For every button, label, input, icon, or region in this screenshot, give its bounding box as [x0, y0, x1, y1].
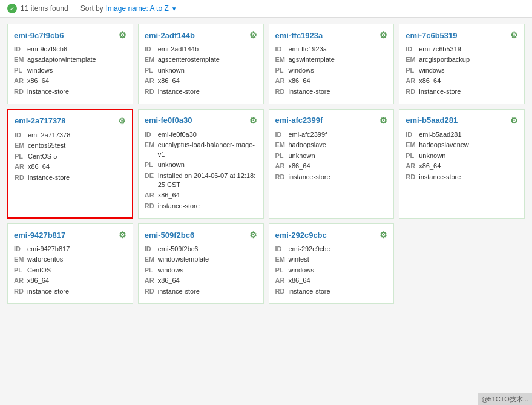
card-title-link[interactable]: emi-ffc1923a	[275, 31, 323, 40]
gear-icon[interactable]: ⚙	[510, 116, 518, 125]
field-key: PL	[145, 160, 156, 170]
card-field-pl: PLCentOS	[14, 266, 126, 275]
card-field-rd: RDinstance-store	[275, 173, 388, 182]
field-key: EM	[145, 255, 156, 264]
card-field-pl: PLunknown	[145, 66, 257, 75]
field-key: RD	[145, 87, 156, 96]
card-title-link[interactable]: emi-292c9cbc	[275, 231, 327, 240]
card-title-link[interactable]: emi-b5aad281	[406, 116, 458, 125]
card-field-em: EMhadoopslavenew	[406, 140, 518, 150]
card-field-pl: PLwindows	[275, 266, 388, 275]
gear-icon[interactable]: ⚙	[119, 230, 126, 240]
field-value: hadoopslave	[289, 140, 326, 150]
card-field-rd: RDinstance-store	[406, 173, 518, 182]
card-emi-fe0f0a30[interactable]: emi-fe0f0a30⚙IDemi-fe0f0a30EMeucalyptus-…	[138, 109, 264, 219]
field-value: windows	[158, 266, 183, 275]
card-emi-2adf144b[interactable]: emi-2adf144b⚙IDemi-2adf144bEMagscenteros…	[138, 24, 264, 104]
card-field-pl: PLCentOS 5	[15, 152, 126, 161]
items-found: ✓ 11 items found	[7, 4, 68, 13]
card-title: emi-9c7f9cb6⚙	[14, 30, 126, 40]
gear-icon[interactable]: ⚙	[379, 230, 387, 240]
gear-icon[interactable]: ⚙	[249, 30, 257, 40]
card-field-rd: RDinstance-store	[14, 87, 126, 96]
card-field-ar: ARx86_64	[275, 276, 388, 285]
card-title-link[interactable]: emi-fe0f0a30	[145, 116, 192, 125]
card-title-link[interactable]: emi-7c6b5319	[406, 31, 457, 40]
field-value: x86_64	[419, 76, 441, 85]
card-emi-9c7f9cb6[interactable]: emi-9c7f9cb6⚙IDemi-9c7f9cb6EMagsadaptorw…	[7, 24, 133, 104]
field-key: PL	[275, 66, 286, 75]
field-key: EM	[14, 55, 25, 64]
card-field-id: IDemi-fe0f0a30	[145, 130, 257, 139]
field-key: EM	[406, 55, 416, 64]
card-field-id: IDemi-ffc1923a	[275, 45, 388, 54]
card-emi-b5aad281[interactable]: emi-b5aad281⚙IDemi-b5aad281EMhadoopslave…	[399, 109, 525, 219]
card-emi-509f2bc6[interactable]: emi-509f2bc6⚙IDemi-509f2bc6EMwindowstemp…	[138, 223, 264, 304]
gear-icon[interactable]: ⚙	[379, 116, 387, 125]
field-value: x86_64	[27, 76, 49, 85]
gear-icon[interactable]: ⚙	[510, 30, 518, 40]
card-emi-2a717378[interactable]: emi-2a717378⚙IDemi-2a717378EMcentos65tes…	[7, 109, 133, 219]
field-key: AR	[145, 276, 156, 285]
card-title-link[interactable]: emi-9c7f9cb6	[14, 31, 64, 40]
gear-icon[interactable]: ⚙	[249, 230, 257, 240]
field-value: x86_64	[28, 162, 50, 171]
card-title-link[interactable]: emi-2adf144b	[145, 31, 195, 40]
card-title-link[interactable]: emi-9427b817	[14, 231, 65, 240]
card-field-ar: ARx86_64	[145, 276, 257, 285]
field-key: AR	[406, 162, 416, 171]
card-title: emi-fe0f0a30⚙	[145, 116, 257, 125]
card-emi-7c6b5319[interactable]: emi-7c6b5319⚙IDemi-7c6b5319EMarcgisportb…	[399, 24, 525, 104]
card-field-em: EMeucalyptus-load-balancer-image-v1	[145, 140, 257, 159]
gear-icon[interactable]: ⚙	[118, 116, 126, 126]
field-key: AR	[406, 76, 416, 85]
field-value: emi-292c9cbc	[289, 245, 330, 254]
card-title-link[interactable]: emi-509f2bc6	[145, 231, 194, 240]
field-key: AR	[145, 191, 156, 200]
card-emi-ffc1923a[interactable]: emi-ffc1923a⚙IDemi-ffc1923aEMagswintempl…	[269, 24, 395, 104]
card-title-link[interactable]: emi-afc2399f	[275, 116, 323, 125]
card-emi-afc2399f[interactable]: emi-afc2399f⚙IDemi-afc2399fEMhadoopslave…	[269, 109, 395, 219]
field-key: ID	[406, 45, 416, 54]
card-title-link[interactable]: emi-2a717378	[15, 116, 66, 125]
card-field-rd: RDinstance-store	[406, 87, 518, 96]
gear-icon[interactable]: ⚙	[379, 30, 387, 40]
field-value: waforcentos	[27, 255, 63, 264]
card-field-ar: ARx86_64	[275, 76, 388, 85]
card-field-id: IDemi-b5aad281	[406, 130, 518, 139]
card-title: emi-b5aad281⚙	[406, 116, 518, 125]
sort-value-link[interactable]: Image name: A to Z	[106, 4, 169, 13]
field-value: emi-b5aad281	[419, 130, 461, 139]
card-field-ar: ARx86_64	[14, 76, 126, 85]
gear-icon[interactable]: ⚙	[249, 116, 257, 125]
card-emi-9427b817[interactable]: emi-9427b817⚙IDemi-9427b817EMwaforcentos…	[7, 223, 133, 304]
field-key: RD	[14, 87, 25, 96]
field-value: x86_64	[158, 76, 180, 85]
field-value: emi-afc2399f	[289, 130, 327, 139]
field-value: emi-2adf144b	[158, 45, 199, 54]
field-value: emi-9427b817	[27, 245, 70, 254]
gear-icon[interactable]: ⚙	[119, 30, 126, 40]
card-field-id: IDemi-509f2bc6	[145, 245, 257, 254]
field-value: instance-store	[419, 173, 461, 182]
card-emi-292c9cbc[interactable]: emi-292c9cbc⚙IDemi-292c9cbcEMwintestPLwi…	[269, 223, 395, 304]
card-field-id: IDemi-2adf144b	[145, 45, 257, 54]
field-key: EM	[15, 141, 25, 150]
field-key: ID	[14, 45, 25, 54]
field-key: RD	[14, 287, 25, 296]
card-field-rd: RDinstance-store	[145, 202, 257, 211]
field-key: EM	[275, 255, 286, 264]
field-key: RD	[145, 287, 156, 296]
sort-arrow-icon[interactable]: ▼	[171, 5, 177, 12]
field-key: RD	[406, 173, 416, 182]
field-key: EM	[14, 255, 25, 264]
field-key: ID	[15, 131, 25, 140]
card-field-em: EMwindowstemplate	[145, 255, 257, 264]
field-key: PL	[15, 152, 25, 161]
card-title: emi-2a717378⚙	[15, 116, 126, 126]
field-value: emi-7c6b5319	[419, 45, 461, 54]
card-field-pl: PLunknown	[275, 151, 388, 160]
field-value: instance-store	[158, 287, 200, 296]
field-key: ID	[145, 45, 156, 54]
field-key: AR	[275, 162, 286, 171]
